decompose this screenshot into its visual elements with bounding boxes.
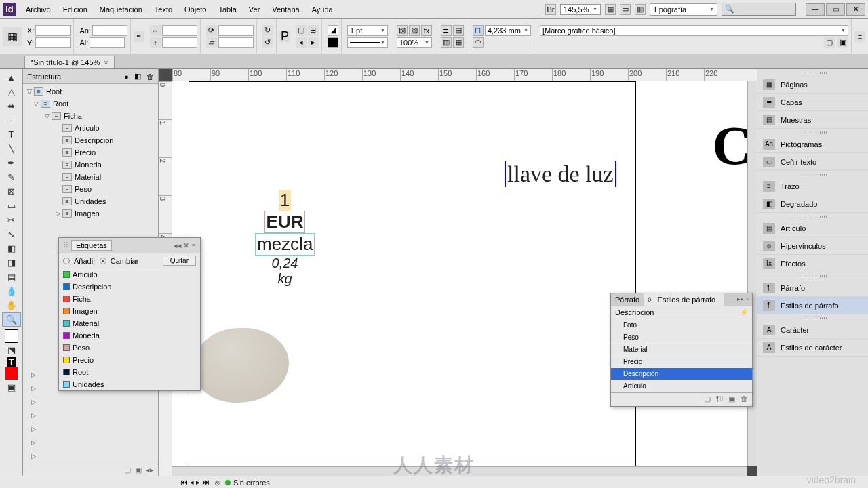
free-transform-tool-icon[interactable]: ⤡: [2, 227, 21, 241]
parrafo-tab[interactable]: Párrafo: [611, 293, 644, 306]
screen-mode-tool-icon[interactable]: ▣: [2, 380, 21, 394]
wrap-col-icon[interactable]: ▦: [453, 37, 464, 48]
menu-texto[interactable]: Texto: [149, 3, 178, 16]
direct-selection-tool-icon[interactable]: △: [2, 85, 21, 99]
rectangle-frame-tool-icon[interactable]: ⊠: [2, 184, 21, 199]
menu-ayuda[interactable]: Ayuda: [307, 3, 338, 16]
prev-page-icon[interactable]: ◂: [190, 478, 194, 487]
workspace-dropdown[interactable]: Tipografía: [650, 3, 717, 16]
dock-grip[interactable]: [757, 171, 868, 178]
fill-color-icon[interactable]: [5, 329, 18, 343]
default-colors-icon[interactable]: ⬔: [2, 343, 21, 357]
stroke-style-dropdown[interactable]: [347, 37, 388, 48]
page-tool-icon[interactable]: ⬌: [2, 99, 21, 113]
wrap-around-icon[interactable]: ▤: [453, 25, 464, 36]
select-container-icon[interactable]: ▢: [296, 25, 307, 36]
tree-row[interactable]: ≡Moneda: [23, 159, 158, 171]
dock-item[interactable]: ACarácter: [757, 321, 868, 339]
screen-mode-icon[interactable]: ▭: [620, 4, 631, 15]
stroke-swatch[interactable]: [328, 37, 338, 48]
rotate-input[interactable]: [218, 25, 254, 36]
view-options-icon[interactable]: ▦: [605, 4, 616, 15]
tree-row[interactable]: ≡Descripcion: [23, 134, 158, 146]
dock-item[interactable]: ◧Degradado: [757, 195, 868, 213]
dock-item[interactable]: ▭Ceñir texto: [757, 153, 868, 171]
etiquetas-menu-icon[interactable]: ≡: [192, 241, 196, 249]
para-foot-folder-icon[interactable]: ▢: [704, 394, 711, 405]
scissors-tool-icon[interactable]: ✂: [2, 213, 21, 227]
etiqueta-row[interactable]: Descripcion: [59, 281, 200, 293]
structure-tree[interactable]: ▽≡Root▽≡Root▽≡Ficha≡Articulo≡Descripcion…: [23, 84, 158, 221]
paragraph-style-row[interactable]: Descripción: [611, 368, 752, 380]
structure-foot-icon-3[interactable]: ◂▸: [146, 466, 154, 474]
fx-icon[interactable]: fx: [421, 25, 432, 36]
tree-row[interactable]: ≡Material: [23, 171, 158, 183]
select-next-icon[interactable]: ▸: [308, 37, 319, 48]
scale-x-input[interactable]: [162, 25, 197, 36]
apply-color-icon[interactable]: T: [7, 357, 16, 367]
misc-icon-2[interactable]: ▣: [837, 37, 848, 48]
etiquetas-grip-icon[interactable]: ⠿: [63, 241, 68, 250]
tree-row[interactable]: ≡Peso: [23, 183, 158, 195]
etiquetas-close-icon[interactable]: ✕: [183, 241, 189, 250]
etiquetas-tab-title[interactable]: Etiquetas: [71, 240, 112, 251]
y-input[interactable]: [35, 37, 71, 48]
fit-frame-icon[interactable]: ◻: [473, 25, 484, 36]
note-tool-icon[interactable]: ▤: [2, 270, 21, 284]
fill-swatch[interactable]: ◢: [328, 25, 338, 36]
shear-input[interactable]: [218, 37, 254, 48]
close-button[interactable]: ✕: [846, 3, 865, 16]
structure-foot-icon-1[interactable]: ▢: [124, 466, 131, 474]
etiqueta-row[interactable]: Imagen: [59, 305, 200, 317]
gap-tool-icon[interactable]: ⫞: [2, 113, 21, 127]
etiquetas-list[interactable]: ArticuloDescripcionFichaImagenMaterialMo…: [59, 268, 200, 390]
line-tool-icon[interactable]: ╲: [2, 142, 21, 156]
paragraph-style-row[interactable]: Precio: [611, 356, 752, 368]
drop-shadow-icon[interactable]: ▧: [397, 25, 408, 36]
opacity-dropdown[interactable]: 100%: [397, 37, 432, 48]
change-radio[interactable]: [100, 258, 106, 264]
structure-trash-icon[interactable]: 🗑: [146, 73, 154, 81]
controlbar-menu-icon[interactable]: ≡: [854, 31, 865, 42]
tree-row[interactable]: ▽≡Root: [23, 98, 158, 110]
text-frame-initial[interactable]: C: [712, 115, 751, 177]
etiqueta-row[interactable]: Precio: [59, 354, 200, 366]
gradient-feather-tool-icon[interactable]: ◨: [2, 256, 21, 270]
paragraph-style-row[interactable]: Material: [611, 344, 752, 356]
etiqueta-row[interactable]: Moneda: [59, 329, 200, 342]
type-tool-icon[interactable]: T: [2, 127, 21, 142]
dock-item[interactable]: ▦Páginas: [757, 76, 868, 94]
misc-icon-1[interactable]: ▢: [824, 37, 835, 48]
stroke-weight-dropdown[interactable]: 1 pt: [347, 25, 388, 36]
para-foot-clear-icon[interactable]: ¶⃠: [716, 394, 723, 405]
pencil-tool-icon[interactable]: ✎: [2, 170, 21, 184]
preflight-status[interactable]: Sin errores: [225, 479, 270, 487]
last-page-icon[interactable]: ⏭: [202, 478, 210, 487]
dock-item[interactable]: ⎋Hipervínculos: [757, 237, 868, 255]
canvas[interactable]: 8090100110120130140150160170180190200210…: [159, 69, 757, 476]
wrap-jump-icon[interactable]: ▥: [441, 37, 452, 48]
select-content-icon[interactable]: ⊞: [308, 25, 319, 36]
etiqueta-row[interactable]: Material: [59, 317, 200, 329]
dock-item[interactable]: AaPictogramas: [757, 136, 868, 153]
dock-grip[interactable]: [757, 272, 868, 279]
paragraph-styles-panel[interactable]: Párrafo ◊ Estilos de párrafo ▸▸ ≡ Descri…: [610, 293, 753, 407]
dock-item[interactable]: ▤Artículo: [757, 220, 868, 237]
scale-y-input[interactable]: [162, 37, 197, 48]
structure-menu-icon[interactable]: ●: [124, 73, 129, 81]
etiqueta-row[interactable]: Ficha: [59, 293, 200, 305]
etiqueta-row[interactable]: Peso: [59, 342, 200, 354]
rotate-ccw-icon[interactable]: ↺: [262, 37, 273, 48]
estilos-parrafo-tab[interactable]: ◊ Estilos de párrafo: [644, 293, 724, 306]
formatting-affects-icon[interactable]: [5, 367, 18, 380]
first-page-icon[interactable]: ⏮: [180, 478, 188, 487]
dock-item[interactable]: AEstilos de carácter: [757, 339, 868, 357]
reference-point-icon[interactable]: ▦: [3, 27, 22, 46]
menu-edicion[interactable]: Edición: [58, 3, 93, 16]
paragraph-styles-list[interactable]: FotoPesoMaterialPrecioDescripciónArtícul…: [611, 319, 752, 392]
para-foot-trash-icon[interactable]: 🗑: [741, 394, 748, 405]
next-page-icon[interactable]: ▸: [196, 478, 200, 487]
etiquetas-collapse-icon[interactable]: ◂◂: [174, 241, 182, 250]
etiquetas-panel[interactable]: ⠿ Etiquetas ◂◂ ✕ ≡ Añadir Cambiar Quitar…: [58, 237, 201, 391]
paragraph-style-row[interactable]: Foto: [611, 319, 752, 331]
